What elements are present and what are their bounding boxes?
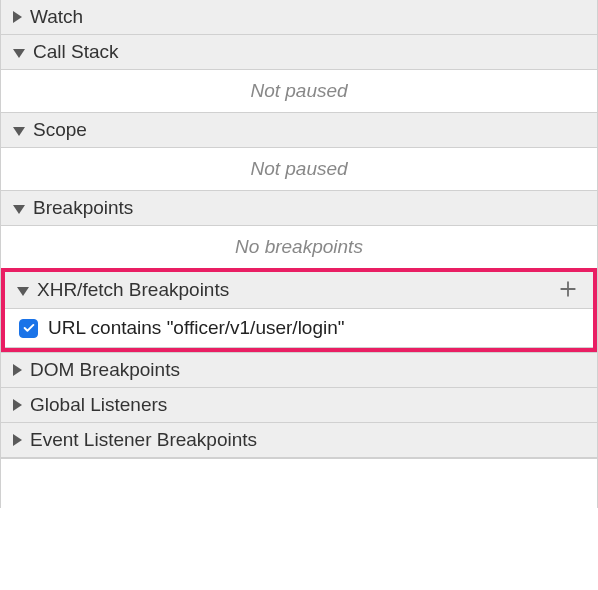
- debugger-sidebar: Watch Call Stack Not paused Scope Not pa…: [0, 0, 598, 508]
- xhr-fetch-highlight: XHR/fetch Breakpoints URL contains "offi…: [1, 268, 597, 352]
- xhr-fetch-section-header[interactable]: XHR/fetch Breakpoints: [5, 272, 593, 309]
- watch-section-header[interactable]: Watch: [1, 0, 597, 35]
- chevron-right-icon: [13, 399, 22, 411]
- xhr-breakpoint-item[interactable]: URL contains "officer/v1/user/login": [5, 309, 593, 348]
- xhr-breakpoint-checkbox[interactable]: [19, 319, 38, 338]
- chevron-right-icon: [13, 434, 22, 446]
- breakpoints-body: No breakpoints: [1, 226, 597, 268]
- global-listeners-title: Global Listeners: [30, 394, 587, 416]
- empty-space: [1, 458, 597, 508]
- xhr-breakpoint-label: URL contains "officer/v1/user/login": [48, 317, 345, 339]
- event-listener-title: Event Listener Breakpoints: [30, 429, 587, 451]
- chevron-right-icon: [13, 11, 22, 23]
- scope-title: Scope: [33, 119, 587, 141]
- breakpoints-title: Breakpoints: [33, 197, 587, 219]
- dom-breakpoints-section-header[interactable]: DOM Breakpoints: [1, 352, 597, 388]
- call-stack-body: Not paused: [1, 70, 597, 112]
- chevron-right-icon: [13, 364, 22, 376]
- checkmark-icon: [22, 321, 36, 335]
- call-stack-section-header[interactable]: Call Stack: [1, 35, 597, 70]
- watch-title: Watch: [30, 6, 587, 28]
- breakpoints-section-header[interactable]: Breakpoints: [1, 190, 597, 226]
- call-stack-title: Call Stack: [33, 41, 587, 63]
- event-listener-section-header[interactable]: Event Listener Breakpoints: [1, 423, 597, 458]
- chevron-down-icon: [13, 49, 25, 58]
- dom-breakpoints-title: DOM Breakpoints: [30, 359, 587, 381]
- plus-icon: [559, 280, 577, 298]
- chevron-down-icon: [17, 287, 29, 296]
- chevron-down-icon: [13, 205, 25, 214]
- scope-section-header[interactable]: Scope: [1, 112, 597, 148]
- scope-body: Not paused: [1, 148, 597, 190]
- global-listeners-section-header[interactable]: Global Listeners: [1, 388, 597, 423]
- xhr-fetch-title: XHR/fetch Breakpoints: [37, 279, 553, 301]
- chevron-down-icon: [13, 127, 25, 136]
- add-xhr-breakpoint-button[interactable]: [553, 278, 583, 302]
